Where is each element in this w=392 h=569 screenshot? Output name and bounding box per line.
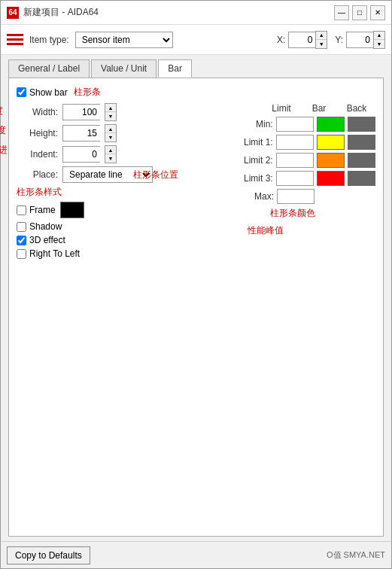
annotation-length: 长度 — [0, 105, 3, 117]
limit1-label: Limit 1: — [232, 137, 273, 148]
frame-checkbox[interactable] — [17, 205, 26, 215]
window-controls: — □ ✕ — [334, 5, 385, 20]
min-bar-swatch[interactable] — [317, 117, 345, 132]
color-row-limit1: Limit 1: — [232, 135, 375, 150]
shadow-label: Shadow — [29, 221, 62, 232]
effect-label: 3D effect — [29, 235, 65, 245]
main-content: General / Label Value / Unit Bar Show ba… — [1, 55, 391, 541]
copy-to-defaults-button[interactable]: Copy to Defaults — [7, 546, 90, 564]
annotation-place: 柱形条位置 — [133, 169, 178, 181]
close-button[interactable]: ✕ — [370, 5, 385, 20]
show-bar-row: Show bar 柱形条 — [17, 86, 375, 99]
max-limit-input[interactable] — [277, 189, 315, 204]
rtl-label: Right To Left — [29, 248, 80, 259]
app-icon: 64 — [7, 7, 19, 19]
left-section: 长度 宽度 缩进 Width: ▲ ▼ Height: — [17, 103, 217, 262]
show-bar-checkbox-label[interactable]: Show bar — [17, 87, 68, 98]
shadow-row: Shadow — [17, 221, 217, 232]
tab-value-unit[interactable]: Value / Unit — [91, 59, 156, 78]
color-row-limit3: Limit 3: — [232, 171, 375, 186]
tab-bar[interactable]: Bar — [158, 59, 192, 78]
height-up-button[interactable]: ▲ — [105, 125, 116, 133]
limit1-back-swatch[interactable] — [348, 135, 375, 150]
bottom-bar: Copy to Defaults O值 SMYA.NET — [1, 541, 391, 568]
menu-icon[interactable] — [7, 34, 23, 45]
show-bar-annotation: 柱形条 — [74, 86, 101, 99]
width-up-button[interactable]: ▲ — [105, 104, 116, 112]
limit-header: Limit — [266, 103, 297, 114]
min-back-swatch[interactable] — [348, 117, 375, 132]
tab-bar: General / Label Value / Unit Bar — [8, 59, 384, 78]
indent-label: Indent: — [17, 149, 58, 160]
indent-row: Indent: ▲ ▼ — [17, 145, 217, 163]
limit1-input[interactable] — [276, 135, 314, 150]
bottom-right-text: O值 SMYA.NET — [327, 549, 385, 561]
shadow-checkbox-label[interactable]: Shadow — [17, 221, 62, 232]
rtl-checkbox[interactable] — [17, 249, 26, 259]
height-label: Height: — [17, 128, 58, 138]
limit3-bar-swatch[interactable] — [317, 171, 345, 186]
x-input[interactable] — [288, 32, 315, 48]
x-spinner: ▲ ▼ — [288, 31, 327, 49]
limit2-bar-swatch[interactable] — [317, 153, 345, 168]
min-limit-input[interactable] — [276, 117, 314, 132]
limit3-back-swatch[interactable] — [348, 171, 375, 186]
width-input[interactable] — [62, 104, 100, 120]
x-label: X: — [277, 35, 285, 45]
xy-row: X: ▲ ▼ Y: ▲ ▼ — [277, 31, 385, 49]
width-down-button[interactable]: ▼ — [105, 112, 116, 120]
frame-row: Frame — [17, 202, 217, 218]
color-table-header: Limit Bar Back — [232, 103, 375, 114]
y-label: Y: — [335, 35, 343, 45]
title-bar: 64 新建项目 - AIDA64 — □ ✕ — [1, 1, 391, 25]
frame-label: Frame — [29, 205, 56, 215]
width-row: Width: ▲ ▼ — [17, 103, 217, 121]
annotation-style: 柱形条样式 — [17, 186, 217, 199]
annotation-indent: 缩进 — [0, 144, 8, 157]
annotation-width2: 宽度 — [0, 124, 6, 137]
color-row-max: Max: — [232, 189, 375, 204]
height-row: Height: ▲ ▼ — [17, 124, 217, 142]
x-up-button[interactable]: ▲ — [316, 32, 327, 40]
frame-checkbox-label[interactable]: Frame — [17, 205, 56, 215]
form-section: 长度 宽度 缩进 Width: ▲ ▼ Height: — [17, 103, 375, 262]
height-down-button[interactable]: ▼ — [105, 133, 116, 141]
main-window: 64 新建项目 - AIDA64 — □ ✕ Item type: Sensor… — [0, 0, 392, 569]
tab-general-label[interactable]: General / Label — [8, 59, 90, 78]
indent-input[interactable] — [62, 146, 100, 163]
place-row: Place: Separate line After label After v… — [17, 166, 217, 183]
indent-up-button[interactable]: ▲ — [105, 146, 116, 154]
max-label: Max: — [232, 191, 274, 202]
show-bar-checkbox[interactable] — [17, 87, 26, 97]
limit2-input[interactable] — [276, 153, 314, 168]
indent-down-button[interactable]: ▼ — [105, 154, 116, 163]
color-row-limit2: Limit 2: — [232, 153, 375, 168]
minimize-button[interactable]: — — [334, 5, 349, 20]
y-input[interactable] — [346, 32, 373, 48]
height-input[interactable] — [62, 125, 100, 141]
rtl-checkbox-label[interactable]: Right To Left — [17, 248, 80, 259]
bar-header: Bar — [303, 103, 335, 114]
annotation-peak: 性能峰值 — [248, 224, 375, 237]
frame-color-swatch[interactable] — [60, 202, 84, 218]
item-type-row: Item type: Sensor item — [29, 32, 173, 48]
limit2-back-swatch[interactable] — [348, 153, 375, 168]
limit3-input[interactable] — [276, 171, 314, 186]
x-down-button[interactable]: ▼ — [316, 40, 327, 48]
item-type-select[interactable]: Sensor item — [75, 32, 173, 48]
y-up-button[interactable]: ▲ — [374, 32, 384, 40]
shadow-checkbox[interactable] — [17, 222, 26, 232]
limit3-label: Limit 3: — [232, 173, 273, 184]
color-row-min: Min: — [232, 117, 375, 132]
back-header: Back — [341, 103, 372, 114]
maximize-button[interactable]: □ — [352, 5, 367, 20]
place-label: Place: — [17, 169, 58, 180]
y-down-button[interactable]: ▼ — [374, 40, 384, 48]
bar-panel: Show bar 柱形条 长度 宽度 缩进 Width: — [8, 78, 384, 537]
limit1-bar-swatch[interactable] — [317, 135, 345, 150]
effect-checkbox[interactable] — [17, 236, 26, 245]
item-type-label: Item type: — [29, 35, 69, 45]
toolbar: Item type: Sensor item X: ▲ ▼ Y: ▲ ▼ — [1, 25, 391, 55]
effect-row: 3D effect — [17, 235, 217, 245]
effect-checkbox-label[interactable]: 3D effect — [17, 235, 65, 245]
